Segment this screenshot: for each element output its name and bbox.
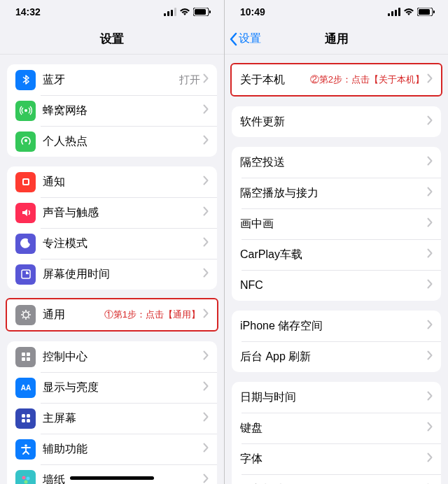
row-label: 隔空播放与接力 xyxy=(240,186,427,201)
row-label: 主屏幕 xyxy=(43,411,203,426)
row-airplay[interactable]: 隔空播放与接力 xyxy=(232,178,441,208)
row-cellular[interactable]: 蜂窝网络 xyxy=(7,95,217,126)
settings-group: 通知声音与触感专注模式屏幕使用时间 xyxy=(7,166,217,290)
row-bluetooth[interactable]: 蓝牙打开 xyxy=(7,64,217,95)
svg-point-7 xyxy=(24,109,27,112)
row-fonts[interactable]: 字体 xyxy=(232,443,441,474)
phone-left: 14:32 设置 蓝牙打开蜂窝网络个人热点通知声音与触感专注模式屏幕使用时间通用… xyxy=(0,0,224,484)
svg-point-25 xyxy=(24,481,27,484)
row-airdrop[interactable]: 隔空投送 xyxy=(232,147,441,178)
row-focus[interactable]: 专注模式 xyxy=(7,228,217,259)
chevron-right-icon xyxy=(427,320,433,332)
row-label: 画中画 xyxy=(240,217,427,232)
row-label: NFC xyxy=(240,279,427,292)
row-label: 专注模式 xyxy=(43,236,203,251)
chevron-left-icon xyxy=(229,32,237,46)
wallpaper-icon xyxy=(15,470,36,485)
row-storage[interactable]: iPhone 储存空间 xyxy=(232,311,441,341)
row-value: 打开 xyxy=(179,73,200,87)
chevron-right-icon xyxy=(427,422,433,434)
svg-rect-36 xyxy=(433,10,435,13)
row-label: 蓝牙 xyxy=(43,73,179,87)
general-group: 日期与时间键盘字体语言与地区词典 xyxy=(232,382,441,484)
svg-rect-33 xyxy=(398,8,400,16)
row-display[interactable]: AA显示与亮度 xyxy=(7,372,217,403)
back-label: 设置 xyxy=(239,31,261,46)
settings-group: 蓝牙打开蜂窝网络个人热点 xyxy=(7,64,217,157)
notifications-icon xyxy=(15,172,36,192)
row-label: 通用 xyxy=(43,308,104,322)
row-label: 个人热点 xyxy=(43,134,203,149)
chevron-right-icon xyxy=(427,218,433,230)
svg-rect-3 xyxy=(174,8,176,16)
row-language[interactable]: 语言与地区 xyxy=(232,474,441,484)
battery-icon xyxy=(417,8,435,16)
page-title: 设置 xyxy=(100,31,124,47)
row-nfc[interactable]: NFC xyxy=(232,270,441,301)
chevron-right-icon xyxy=(203,412,209,425)
page-title: 通用 xyxy=(325,31,349,47)
status-indicators xyxy=(164,8,211,16)
back-button[interactable]: 设置 xyxy=(229,31,261,46)
status-bar: 10:49 xyxy=(225,0,448,24)
cellular-icon xyxy=(388,8,400,16)
display-icon: AA xyxy=(15,378,36,398)
row-label: 通知 xyxy=(43,175,203,190)
svg-rect-32 xyxy=(395,10,397,16)
settings-group: 控制中心AA显示与亮度主屏幕辅助功能墙纸Siri与搜索面容ID与密码 xyxy=(7,341,217,484)
general-group: iPhone 储存空间后台 App 刷新 xyxy=(232,311,441,372)
sounds-icon xyxy=(15,203,36,223)
chevron-right-icon xyxy=(427,391,433,404)
row-datetime[interactable]: 日期与时间 xyxy=(232,382,441,413)
annotation-step2: ②第2步：点击【关于本机】 xyxy=(310,73,424,86)
highlighted-row-about: 关于本机②第2步：点击【关于本机】 xyxy=(230,63,442,97)
row-about[interactable]: 关于本机②第2步：点击【关于本机】 xyxy=(232,64,441,95)
settings-list: 蓝牙打开蜂窝网络个人热点通知声音与触感专注模式屏幕使用时间通用①第1步：点击【通… xyxy=(0,55,224,484)
row-wallpaper[interactable]: 墙纸 xyxy=(7,464,217,484)
row-hotspot[interactable]: 个人热点 xyxy=(7,126,217,157)
svg-rect-15 xyxy=(22,357,25,361)
svg-rect-21 xyxy=(27,419,30,422)
status-time: 10:49 xyxy=(240,6,265,17)
row-label: CarPlay车载 xyxy=(240,248,427,262)
row-homescreen[interactable]: 主屏幕 xyxy=(7,403,217,434)
row-general[interactable]: 通用①第1步：点击【通用】 xyxy=(7,299,217,330)
row-label: 隔空投送 xyxy=(240,155,427,170)
svg-point-24 xyxy=(26,477,29,481)
accessibility-icon xyxy=(15,439,36,460)
phone-right: 10:49 设置 通用 关于本机②第2步：点击【关于本机】软件更新隔空投送隔空播… xyxy=(224,0,448,484)
row-notifications[interactable]: 通知 xyxy=(7,166,217,197)
nav-bar: 设置 通用 xyxy=(225,24,448,55)
row-label: 辅助功能 xyxy=(43,442,203,457)
svg-text:AA: AA xyxy=(20,384,30,392)
status-bar: 14:32 xyxy=(0,0,224,24)
general-icon xyxy=(15,305,36,325)
chevron-right-icon xyxy=(427,73,433,86)
svg-rect-13 xyxy=(22,353,25,356)
row-keyboard[interactable]: 键盘 xyxy=(232,413,441,443)
row-accessibility[interactable]: 辅助功能 xyxy=(7,434,217,464)
row-pip[interactable]: 画中画 xyxy=(232,208,441,239)
row-label: 日期与时间 xyxy=(240,390,427,405)
row-screentime[interactable]: 屏幕使用时间 xyxy=(7,259,217,290)
row-controlcenter[interactable]: 控制中心 xyxy=(7,341,217,372)
chevron-right-icon xyxy=(203,268,209,280)
nav-bar: 设置 xyxy=(0,24,224,55)
chevron-right-icon xyxy=(203,206,209,219)
chevron-right-icon xyxy=(427,156,433,169)
focus-icon xyxy=(15,234,36,254)
row-label: 键盘 xyxy=(240,421,427,436)
chevron-right-icon xyxy=(203,474,209,484)
row-sounds[interactable]: 声音与触感 xyxy=(7,197,217,228)
row-bgrefresh[interactable]: 后台 App 刷新 xyxy=(232,341,441,372)
row-swupdate[interactable]: 软件更新 xyxy=(232,106,441,137)
svg-rect-20 xyxy=(22,419,25,422)
hotspot-icon xyxy=(15,131,36,152)
svg-point-23 xyxy=(22,476,25,480)
general-group: 隔空投送隔空播放与接力画中画CarPlay车载NFC xyxy=(232,147,441,301)
svg-rect-19 xyxy=(27,414,30,418)
svg-rect-6 xyxy=(209,10,211,13)
row-carplay[interactable]: CarPlay车载 xyxy=(232,239,441,270)
annotation-step1: ①第1步：点击【通用】 xyxy=(104,308,200,321)
chevron-right-icon xyxy=(427,453,433,465)
